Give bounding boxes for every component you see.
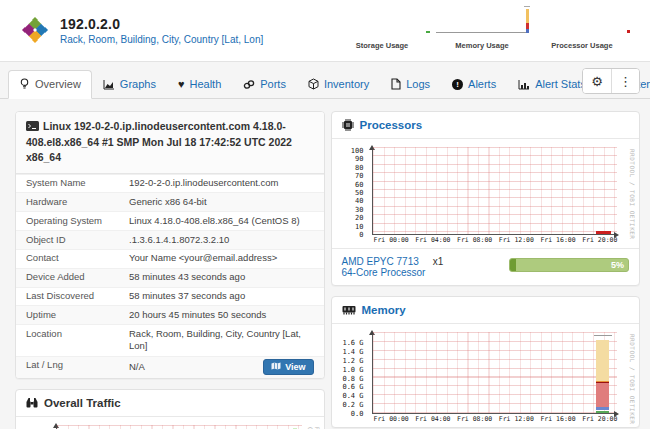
tab-graphs[interactable]: Graphs xyxy=(92,70,167,99)
tab-actions-group: ⚙ ⋮ xyxy=(582,68,640,94)
memory-usage-mini-graph[interactable]: Memory Usage xyxy=(432,12,532,50)
processors-y-axis: 10090 8070 6050 4030 2010 0 xyxy=(334,147,364,239)
cpu-name-link[interactable]: AMD EPYC 7713 xyxy=(342,256,419,267)
table-row: Operating SystemLinux 4.18.0-408.el8.x86… xyxy=(16,212,324,231)
device-title: 192.0.2.0 xyxy=(60,16,263,32)
tab-ports[interactable]: Ports xyxy=(232,70,297,99)
cube-icon xyxy=(308,78,319,90)
link-icon xyxy=(243,79,255,90)
more-options-button[interactable]: ⋮ xyxy=(611,69,639,93)
system-banner: Linux 192-0-2-0.ip.linodeusercontent.com… xyxy=(16,112,324,174)
memory-total-line xyxy=(594,335,612,336)
overall-traffic-panel: Overall Traffic 150 k 100 k 50 k 0 R xyxy=(15,389,325,429)
cpu-icon xyxy=(342,119,354,131)
processors-header[interactable]: Processors xyxy=(332,112,640,139)
table-row: Uptime20 hours 45 minutes 50 seconds xyxy=(16,306,324,325)
cpu-usage-fill xyxy=(510,259,516,271)
right-column: Processors 10090 8070 6050 4030 2010 0 F… xyxy=(331,111,641,428)
processors-graph[interactable]: 10090 8070 6050 4030 2010 0 Fri 00:00Fri… xyxy=(332,139,640,248)
table-row: HardwareGeneric x86 64-bit xyxy=(16,193,324,212)
processors-plot-area xyxy=(372,147,618,235)
cpu-list-row: AMD EPYC 7713x1 64-Core Processor 5% xyxy=(332,248,640,285)
table-row: Lat / Lng N/A View xyxy=(16,356,324,378)
storage-usage-mini-graph[interactable]: Storage Usage xyxy=(332,12,432,50)
table-row: LocationRack, Room, Building, City, Coun… xyxy=(16,325,324,357)
memory-free-bar xyxy=(596,411,609,413)
memory-y-axis: 1.6 G1.4 G 1.2 G1.0 G 0.8 G0.6 G 0.4 G0.… xyxy=(334,339,364,418)
memory-usage-spark-total-tick xyxy=(524,6,530,7)
table-row: ContactYour Name <your@email.address> xyxy=(16,249,324,268)
tab-overview[interactable]: Overview xyxy=(8,70,92,99)
memory-x-axis: Fri 00:00Fri 04:00 Fri 08:00Fri 12:00 Fr… xyxy=(372,414,618,424)
tab-logs[interactable]: Logs xyxy=(380,70,441,99)
tab-inventory[interactable]: Inventory xyxy=(297,70,380,99)
terminal-icon xyxy=(26,120,39,135)
binoculars-icon xyxy=(26,397,38,408)
alert-circle-icon: ! xyxy=(452,79,463,90)
traffic-plot-area xyxy=(56,425,302,429)
memory-usage-spark-bar xyxy=(526,9,529,33)
memory-used-bar xyxy=(596,383,609,407)
storage-usage-label: Storage Usage xyxy=(332,41,432,50)
table-row: System Name192-0-2-0.ip.linodeuserconten… xyxy=(16,174,324,193)
heartbeat-icon: ♥ xyxy=(178,78,185,90)
area-chart-icon xyxy=(103,79,115,90)
rrdtool-watermark: RRDTOOL / TOBI OETIKER xyxy=(629,149,636,239)
gear-icon: ⚙ xyxy=(591,74,603,89)
processors-panel: Processors 10090 8070 6050 4030 2010 0 F… xyxy=(331,111,641,286)
table-row: Object ID.1.3.6.1.4.1.8072.3.2.10 xyxy=(16,231,324,250)
tab-alerts[interactable]: ! Alerts xyxy=(441,70,507,99)
memory-header[interactable]: Memory xyxy=(332,297,640,324)
bar-chart-icon xyxy=(518,79,530,90)
map-icon xyxy=(271,362,281,372)
device-tabbar: Overview Graphs ♥ Health Ports Inventory… xyxy=(0,68,650,99)
memory-usage-spark-baseline xyxy=(436,32,528,33)
overall-traffic-graph[interactable]: 150 k 100 k 50 k 0 RRDTOOL / TOBI OETIKE… xyxy=(16,417,324,429)
system-info-panel: Linux 192-0-2-0.ip.linodeusercontent.com… xyxy=(15,111,325,379)
memory-graph[interactable]: 1.6 G1.4 G 1.2 G1.0 G 0.8 G0.6 G 0.4 G0.… xyxy=(332,324,640,427)
cpu-usage-percent: 5% xyxy=(611,259,624,271)
memory-panel: Memory 1.6 G1.4 G 1.2 G1.0 G 0.8 G0.6 G … xyxy=(331,296,641,428)
file-icon xyxy=(391,78,401,90)
settings-gear-button[interactable]: ⚙ xyxy=(583,69,611,93)
processor-usage-spark-mark xyxy=(627,30,630,33)
kebab-menu-icon: ⋮ xyxy=(619,74,632,89)
table-row: Device Added58 minutes 43 seconds ago xyxy=(16,268,324,287)
storage-usage-spark-mark xyxy=(426,31,430,33)
memory-plot-area xyxy=(372,332,618,414)
left-column: Linux 192-0-2-0.ip.linodeusercontent.com… xyxy=(15,111,325,429)
memory-usage-label: Memory Usage xyxy=(432,41,532,50)
table-row: Last Discovered58 minutes 37 seconds ago xyxy=(16,287,324,306)
header-mini-graphs: Storage Usage Memory Usage Processor Usa… xyxy=(332,12,632,50)
overall-traffic-header: Overall Traffic xyxy=(16,390,324,417)
processor-usage-label: Processor Usage xyxy=(532,41,632,50)
lightbulb-icon xyxy=(19,78,30,90)
processor-usage-mini-graph[interactable]: Processor Usage xyxy=(532,12,632,50)
system-attributes-table: System Name192-0-2-0.ip.linodeuserconten… xyxy=(16,174,324,378)
rrdtool-watermark: RRDTOOL / TOBI OETIKER xyxy=(629,334,636,424)
processors-x-axis: Fri 00:00Fri 04:00 Fri 08:00Fri 12:00 Fr… xyxy=(372,235,618,245)
cpu-usage-progressbar: 5% xyxy=(509,258,629,272)
cpu-description: 64-Core Processor xyxy=(342,267,444,278)
cpu-count: x1 xyxy=(433,256,444,267)
view-map-button[interactable]: View xyxy=(263,359,313,375)
device-header: 192.0.2.0 Rack, Room, Building, City, Co… xyxy=(0,0,650,62)
memory-icon xyxy=(342,305,356,315)
device-location-link[interactable]: Rack, Room, Building, City, Country [Lat… xyxy=(60,34,263,45)
centos-logo-icon xyxy=(22,17,48,45)
memory-available-bar xyxy=(596,340,609,381)
tab-health[interactable]: ♥ Health xyxy=(167,70,232,99)
cpu-usage-bar xyxy=(596,231,611,234)
